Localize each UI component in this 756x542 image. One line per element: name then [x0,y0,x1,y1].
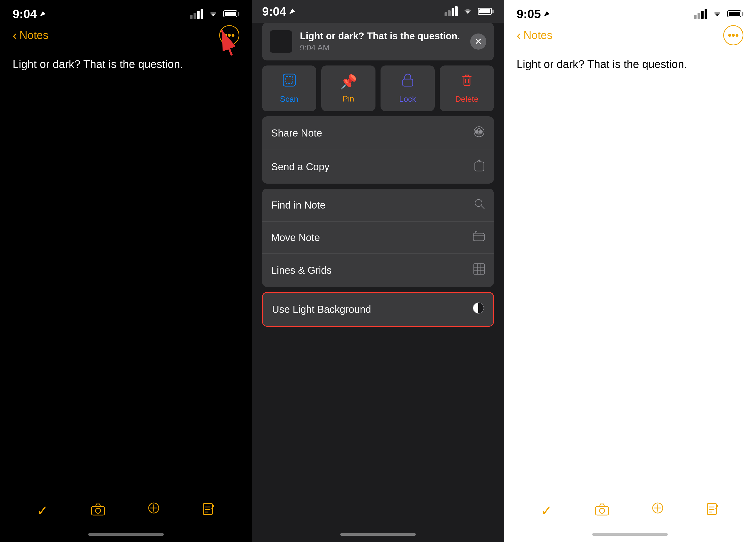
svg-point-21 [475,130,478,133]
close-icon: ✕ [475,36,482,47]
more-button-p1[interactable]: ••• [219,25,239,45]
svg-rect-27 [474,264,484,274]
panel-light-note: 9:05 ‹ Notes ••• L [504,0,756,542]
status-icons-p1 [190,9,239,19]
delete-label: Delete [455,95,479,104]
camera-icon-p1[interactable] [91,502,105,519]
home-bar-p1 [88,533,164,536]
home-indicator-p1 [0,527,252,542]
note-content-p1: Light or dark? That is the question. [0,48,252,494]
time-p1: 9:04 [13,7,37,21]
scan-icon [282,73,296,90]
back-chevron-p3: ‹ [517,29,521,42]
status-bar-p3: 9:05 [504,0,756,23]
status-time-p3: 9:05 [517,7,550,21]
compose-icon-p3[interactable] [706,502,719,519]
status-icons-p2 [445,6,494,16]
svg-point-22 [479,130,482,133]
back-label-p1: Notes [19,29,48,42]
svg-point-35 [600,508,605,513]
home-indicator-p3 [504,527,756,542]
svg-line-25 [481,206,484,209]
marker-icon-p1[interactable] [148,502,160,519]
more-dots-p3: ••• [728,29,739,41]
note-content-p3: Light or dark? That is the question. [504,48,756,494]
bottom-toolbar-p1: ✓ [0,494,252,527]
lock-label: Lock [399,95,416,104]
use-light-bg-icon [473,302,484,316]
pin-label: Pin [342,94,354,104]
compose-icon-p1[interactable] [202,502,215,519]
signal-icon-p2 [445,6,458,16]
delete-button[interactable]: Delete [440,66,494,111]
check-icon-p1[interactable]: ✓ [37,502,48,519]
svg-rect-34 [595,506,609,515]
share-note-item[interactable]: Share Note [262,116,494,150]
signal-icon-p3 [694,9,707,19]
menu-group-share: Share Note Send a Copy [262,116,494,184]
marker-icon-p3[interactable] [652,502,664,519]
status-icons-p3 [694,9,743,19]
use-light-bg-item[interactable]: Use Light Background [263,293,493,326]
menu-group-background: Use Light Background [262,292,494,327]
move-note-item[interactable]: Move Note [262,222,494,254]
find-in-note-icon [474,198,485,212]
check-icon-p3[interactable]: ✓ [541,502,552,519]
location-icon-p2 [289,8,295,15]
svg-point-24 [475,200,482,207]
more-dots-p1: ••• [224,29,235,41]
lines-grids-icon [473,263,485,277]
nav-bar-p3: ‹ Notes ••• [504,23,756,48]
panel-dark-note: 9:04 ‹ Notes ••• [0,0,252,542]
close-button[interactable]: ✕ [470,34,486,50]
share-note-icon [473,126,485,140]
svg-rect-3 [91,506,105,515]
bottom-toolbar-p3: ✓ [504,494,756,527]
status-time-p1: 9:04 [13,7,46,21]
lock-button[interactable]: Lock [381,66,435,111]
wifi-icon-p1 [208,9,219,19]
status-time-p2: 9:04 [262,5,295,18]
find-in-note-label: Find in Note [271,200,326,211]
lock-icon [401,73,414,90]
svg-point-4 [96,508,101,513]
note-header-card: Light or dark? That is the question. 9:0… [262,23,494,60]
battery-icon-p2 [478,8,494,15]
scan-button[interactable]: Scan [262,66,316,111]
svg-rect-26 [473,233,484,241]
time-p3: 9:05 [517,7,541,21]
back-button-p1[interactable]: ‹ Notes [13,29,48,42]
svg-marker-12 [289,9,295,14]
battery-icon-p1 [223,10,239,17]
back-chevron-p1: ‹ [13,29,17,42]
location-icon-p3 [543,11,550,17]
back-button-p3[interactable]: ‹ Notes [517,29,552,42]
svg-rect-39 [707,503,716,515]
svg-marker-33 [544,11,549,17]
note-header-time: 9:04 AM [300,43,463,52]
lines-grids-item[interactable]: Lines & Grids [262,254,494,287]
status-bar-p1: 9:04 [0,0,252,23]
menu-group-edit: Find in Note Move Note [262,189,494,287]
pin-button[interactable]: 📌 Pin [321,66,375,111]
delete-icon [460,73,474,90]
pin-icon: 📌 [340,74,357,90]
location-icon-p1 [39,11,46,17]
nav-bar-p1: ‹ Notes ••• [0,23,252,48]
camera-icon-p3[interactable] [595,502,609,519]
move-note-icon [473,231,485,244]
action-buttons-row: Scan 📌 Pin Lock [262,66,494,111]
move-note-label: Move Note [271,232,320,243]
send-copy-label: Send a Copy [271,161,329,173]
time-p2: 9:04 [262,5,286,18]
send-copy-item[interactable]: Send a Copy [262,150,494,184]
svg-rect-23 [475,162,484,171]
back-label-p3: Notes [523,29,552,42]
panel-menu: 9:04 Light or dark? That is the question… [252,0,504,542]
scan-label: Scan [280,95,298,104]
more-button-p3[interactable]: ••• [723,25,743,45]
status-bar-p2: 9:04 [252,0,504,23]
find-in-note-item[interactable]: Find in Note [262,189,494,222]
use-light-bg-label: Use Light Background [272,304,371,315]
home-bar-p2 [340,533,416,536]
